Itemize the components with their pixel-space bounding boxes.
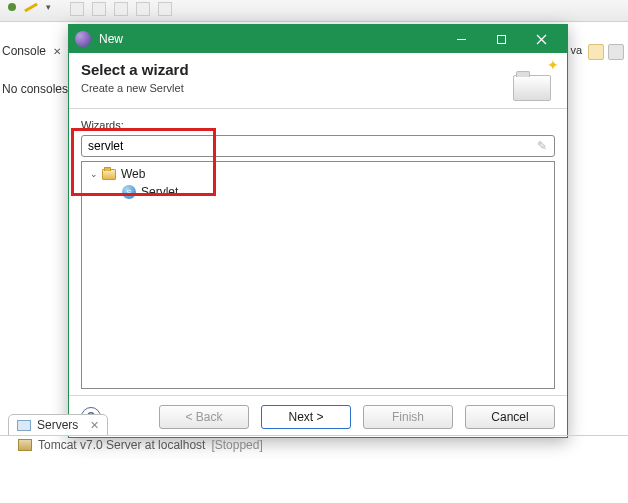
- new-wizard-dialog: New Select a wizard Create a new Servlet…: [68, 24, 568, 438]
- server-row[interactable]: Tomcat v7.0 Server at localhost [Stopped…: [18, 438, 263, 452]
- tree-item-web[interactable]: ⌄ Web: [84, 165, 552, 183]
- server-status: [Stopped]: [211, 438, 262, 452]
- tree-label: Web: [121, 167, 145, 181]
- close-icon[interactable]: ✕: [50, 44, 64, 58]
- cancel-button[interactable]: Cancel: [465, 405, 555, 429]
- servers-icon: [17, 420, 31, 431]
- tree-item-servlet[interactable]: S Servlet: [84, 183, 552, 201]
- server-icon: [18, 439, 32, 451]
- dialog-footer: ? < Back Next > Finish Cancel: [69, 395, 567, 437]
- wizard-filter-input[interactable]: [81, 135, 555, 157]
- chevron-down-icon[interactable]: ⌄: [88, 168, 100, 180]
- dialog-body: Wizards: ✎ ⌄ Web S Servlet: [69, 109, 567, 395]
- maximize-button[interactable]: [481, 25, 521, 53]
- wizards-label: Wizards:: [81, 119, 555, 131]
- close-button[interactable]: [521, 25, 561, 53]
- toolbar-button[interactable]: [158, 2, 172, 16]
- servers-label: Servers: [37, 418, 78, 432]
- edit-icon[interactable]: [24, 2, 38, 12]
- wizard-banner-icon: ✦: [513, 61, 557, 101]
- perspective-icon[interactable]: [588, 44, 604, 60]
- dialog-title: New: [99, 32, 441, 46]
- dialog-heading: Select a wizard: [81, 61, 189, 78]
- wizard-tree[interactable]: ⌄ Web S Servlet: [81, 161, 555, 389]
- toolbar-button[interactable]: [136, 2, 150, 16]
- minimize-button[interactable]: [441, 25, 481, 53]
- servlet-icon: S: [122, 185, 136, 199]
- close-icon[interactable]: ✕: [90, 419, 99, 432]
- toolbar-right-group: [70, 2, 172, 16]
- finish-button: Finish: [363, 405, 453, 429]
- back-button: < Back: [159, 405, 249, 429]
- separator: [0, 435, 628, 436]
- view-toolbar: va: [570, 44, 624, 60]
- toolbar-button[interactable]: [70, 2, 84, 16]
- ide-toolbar: ▾: [0, 0, 628, 22]
- dialog-subheading: Create a new Servlet: [81, 82, 189, 94]
- console-tab[interactable]: Console ✕: [2, 44, 64, 58]
- server-name: Tomcat v7.0 Server at localhost: [38, 438, 205, 452]
- next-button[interactable]: Next >: [261, 405, 351, 429]
- perspective-icon[interactable]: [608, 44, 624, 60]
- servers-tab[interactable]: Servers ✕: [8, 414, 108, 436]
- dialog-header: Select a wizard Create a new Servlet ✦: [69, 53, 567, 109]
- console-label: Console: [2, 44, 46, 58]
- toolbar-left-group: ▾: [8, 2, 51, 12]
- dialog-titlebar[interactable]: New: [69, 25, 567, 53]
- clear-filter-icon[interactable]: ✎: [537, 139, 550, 152]
- toolbar-button[interactable]: [92, 2, 106, 16]
- java-perspective-label: va: [570, 44, 582, 60]
- toolbar-button[interactable]: [114, 2, 128, 16]
- svg-rect-1: [497, 35, 505, 43]
- run-icon[interactable]: [8, 3, 16, 11]
- eclipse-icon: [75, 31, 91, 47]
- folder-icon: [102, 169, 116, 180]
- dropdown-chevron-icon[interactable]: ▾: [46, 2, 51, 12]
- tree-label: Servlet: [141, 185, 178, 199]
